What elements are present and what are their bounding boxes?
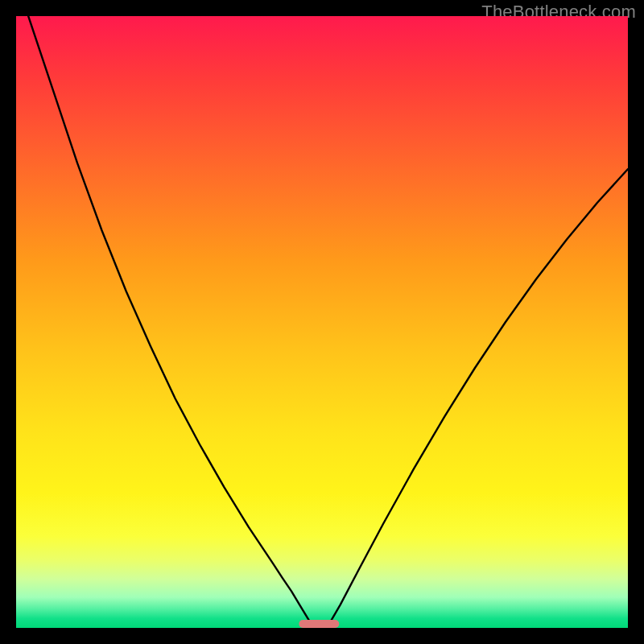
plot-area <box>16 16 628 628</box>
curve-left-branch <box>28 16 311 624</box>
bottleneck-curve <box>16 16 628 628</box>
curve-right-branch <box>329 169 628 624</box>
minimum-marker <box>299 620 338 628</box>
chart-container: TheBottleneck.com <box>0 0 644 644</box>
